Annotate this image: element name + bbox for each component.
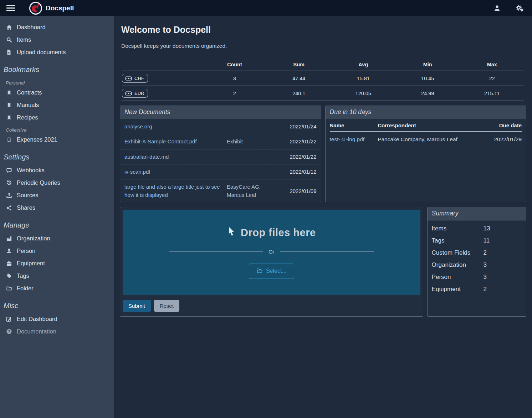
sidebar-item-expenses-2021[interactable]: Expenses 2021 <box>0 133 114 146</box>
document-link[interactable]: Exhibit-A-Sample-Contract.pdf <box>124 137 223 146</box>
select-files-button[interactable]: Select... <box>249 264 294 279</box>
mouse-pointer-icon <box>227 226 235 239</box>
document-link[interactable]: large file and also a large title just t… <box>124 183 223 199</box>
document-correspondent: Pancake Company, Marcus Leaf <box>378 132 483 148</box>
sidebar-item-organization[interactable]: Organization <box>0 232 114 245</box>
bookmark-outline-icon <box>6 137 12 143</box>
manage-section-title: Manage <box>0 214 114 232</box>
summary-value: 11 <box>484 237 522 244</box>
due-table: Name Correspondent Due date test-☺-ing.p… <box>330 119 522 147</box>
or-divider: Or <box>169 249 374 255</box>
folder-icon <box>6 285 12 292</box>
list-item: Organization 3 <box>432 261 522 269</box>
list-item: Person 3 <box>432 274 522 281</box>
person-icon <box>6 248 12 254</box>
sidebar-item-edit-dashboard[interactable]: Edit Dashboard <box>0 313 114 325</box>
stat-value: 47.44 <box>267 71 331 86</box>
stat-value: 240.1 <box>267 86 331 101</box>
drop-files-label: Drop files here <box>227 226 316 239</box>
list-item: Custom Fields 2 <box>432 249 522 256</box>
document-date: 2022/01/24 <box>275 123 317 129</box>
sidebar-item-shares[interactable]: Shares <box>0 202 114 214</box>
stats-table: Count Sum Avg Min Max CHF 3 47. <box>122 58 524 101</box>
document-correspondent: Exhibit <box>227 137 271 146</box>
due-col-correspondent: Correspondent <box>378 119 483 132</box>
summary-value: 3 <box>484 261 522 269</box>
file-dropzone[interactable]: Drop files here Or Select... <box>123 210 420 295</box>
currency-label: CHF <box>134 76 144 81</box>
summary-label: Organization <box>432 261 484 269</box>
summary-label: Person <box>432 274 484 281</box>
page-title: Welcome to Docspell <box>121 25 525 35</box>
menu-icon[interactable] <box>6 5 15 11</box>
sidebar-item-label: Edit Dashboard <box>17 316 57 322</box>
summary-label: Tags <box>432 237 484 244</box>
stat-value: 215.11 <box>460 86 524 101</box>
sidebar-item-contracts[interactable]: Contracts <box>0 86 114 99</box>
sidebar-item-label: Expenses 2021 <box>17 136 57 143</box>
list-item: Tags 11 <box>432 237 522 244</box>
select-files-label: Select... <box>266 268 287 274</box>
sidebar-item-sources[interactable]: Sources <box>0 189 114 202</box>
stats-col-avg: Avg <box>331 58 395 71</box>
list-item: Equipment 2 <box>432 286 522 293</box>
sidebar-item-periodic-queries[interactable]: Periodic Queries <box>0 177 114 189</box>
summary-title: Summary <box>428 207 526 220</box>
summary-value: 2 <box>484 249 522 256</box>
sidebar-item-dashboard[interactable]: Dasbhoard <box>0 21 114 34</box>
reset-button[interactable]: Reset <box>154 300 179 312</box>
brand[interactable]: Docspell <box>29 2 74 15</box>
sidebar-item-webhooks[interactable]: Webhooks <box>0 164 114 177</box>
sidebar-item-items[interactable]: Items <box>0 34 114 46</box>
document-date: 2022/01/29 <box>483 132 522 148</box>
stat-value: 120.05 <box>331 86 395 101</box>
upload-icon <box>6 192 12 199</box>
document-correspondent: EasyCare AG, Marcus Leaf <box>227 183 271 199</box>
sidebar-item-label: Organization <box>17 235 50 242</box>
new-documents-title: New Documents <box>120 106 321 119</box>
sidebar-item-equipment[interactable]: Equipment <box>0 257 114 270</box>
sidebar-item-upload-documents[interactable]: Upload documents <box>0 46 114 58</box>
sidebar-item-manuals[interactable]: Manuals <box>0 99 114 111</box>
document-link[interactable]: australian-date.md <box>124 153 223 161</box>
docspell-logo-icon <box>29 2 42 15</box>
briefcase-icon <box>6 260 12 267</box>
upload-panel: Drop files here Or Select... <box>120 207 423 317</box>
sidebar-item-documentation[interactable]: ? Documentation <box>0 325 114 338</box>
document-link[interactable]: analyse.org <box>124 122 223 131</box>
sidebar-item-label: Items <box>17 36 31 43</box>
user-icon[interactable] <box>493 5 501 12</box>
document-date: 2022/01/09 <box>275 188 317 194</box>
stats-col-min: Min <box>395 58 460 71</box>
document-link[interactable]: iv-scan.pdf <box>124 168 223 176</box>
due-col-name: Name <box>330 119 378 132</box>
stat-value: 24.99 <box>395 86 460 101</box>
document-link[interactable]: test-☺-ing.pdf <box>330 132 378 148</box>
due-col-date: Due date <box>483 119 522 132</box>
sidebar-item-label: Manuals <box>17 102 39 108</box>
sidebar-item-label: Shares <box>17 204 35 211</box>
due-panel: Due in 10 days Name Correspondent Due da… <box>325 106 527 202</box>
list-item: iv-scan.pdf 2022/01/12 <box>120 164 321 179</box>
folder-open-icon <box>256 268 263 275</box>
submit-button[interactable]: Submit <box>123 300 151 312</box>
edit-icon <box>6 316 12 322</box>
cogs-icon[interactable] <box>516 5 524 12</box>
question-circle-icon: ? <box>6 328 12 335</box>
document-date: 2022/01/12 <box>275 169 317 175</box>
bookmark-icon <box>6 90 12 96</box>
sidebar-item-recipes[interactable]: Recipes <box>0 111 114 124</box>
share-icon <box>6 205 12 211</box>
sidebar: Dasbhoard Items Upload documents Bookmar… <box>0 16 114 418</box>
stats-row-chf: CHF 3 47.44 15.81 10.45 22 <box>122 71 524 86</box>
sidebar-item-label: Dasbhoard <box>17 24 46 31</box>
sidebar-item-person[interactable]: Person <box>0 245 114 257</box>
sidebar-item-tags[interactable]: Tags <box>0 270 114 282</box>
misc-section-title: Misc <box>0 295 114 313</box>
sidebar-item-label: Tags <box>17 272 29 279</box>
sidebar-item-folder[interactable]: Folder <box>0 282 114 295</box>
sidebar-item-label: Recipes <box>17 114 38 121</box>
money-bill-icon <box>125 76 132 81</box>
summary-label: Custom Fields <box>432 249 484 256</box>
stat-value: 2 <box>203 86 267 101</box>
